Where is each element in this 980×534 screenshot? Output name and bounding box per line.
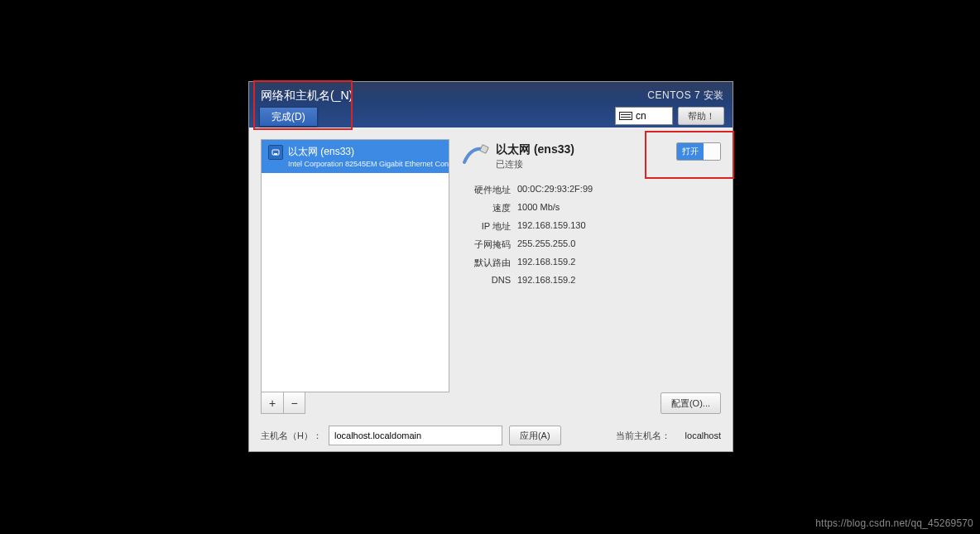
current-hostname-value: localhost (685, 431, 721, 440)
detail-title: 以太网 (ens33) (496, 142, 574, 157)
detail-status: 已连接 (496, 158, 574, 171)
hostname-label: 主机名（H）： (261, 430, 322, 442)
current-hostname-label: 当前主机名： (616, 430, 670, 442)
installer-title: CENTOS 7 安装 (615, 89, 724, 103)
header-right: CENTOS 7 安装 cn 帮助！ (615, 87, 724, 127)
header-left: 网络和主机名(_N) 完成(D) (257, 87, 353, 127)
language-code: cn (636, 110, 646, 122)
detail-header-text: 以太网 (ens33) 已连接 (496, 142, 574, 171)
network-settings-window: 网络和主机名(_N) 完成(D) CENTOS 7 安装 cn 帮助！ (248, 81, 733, 452)
info-value: 00:0C:29:93:2F:99 (517, 184, 721, 196)
info-label: DNS (461, 275, 511, 285)
toggle-wrap: 打开 (676, 142, 721, 161)
nic-list: 以太网 (ens33) Intel Corporation 82545EM Gi… (261, 139, 449, 392)
info-label: 速度 (461, 202, 511, 214)
info-value: 192.168.159.2 (517, 257, 721, 269)
network-cable-icon (461, 142, 489, 167)
footer-bar: 主机名（H）： 应用(A) 当前主机名： localhost (249, 414, 733, 457)
add-nic-button[interactable]: + (262, 392, 283, 413)
help-button[interactable]: 帮助！ (678, 107, 724, 125)
info-value: 192.168.159.2 (517, 275, 721, 285)
hostname-input[interactable] (329, 426, 502, 445)
nic-item-title: 以太网 (ens33) (288, 145, 449, 159)
nic-item-text: 以太网 (ens33) Intel Corporation 82545EM Gi… (288, 145, 449, 168)
configure-button[interactable]: 配置(O)... (661, 392, 721, 414)
info-grid: 硬件地址 00:0C:29:93:2F:99 速度 1000 Mb/s IP 地… (461, 184, 721, 285)
nic-list-item[interactable]: 以太网 (ens33) Intel Corporation 82545EM Gi… (262, 140, 449, 173)
info-value: 255.255.255.0 (517, 238, 721, 251)
info-label: 硬件地址 (461, 184, 511, 196)
info-value: 192.168.159.130 (517, 220, 721, 233)
connection-toggle[interactable]: 打开 (676, 142, 721, 161)
svg-rect-2 (480, 145, 489, 154)
toggle-on-label: 打开 (677, 143, 704, 160)
info-label: IP 地址 (461, 220, 511, 233)
info-label: 默认路由 (461, 257, 511, 269)
remove-nic-button[interactable]: − (283, 392, 305, 413)
ethernet-icon (268, 145, 283, 160)
content-area: 以太网 (ens33) Intel Corporation 82545EM Gi… (249, 127, 733, 414)
header-bar: 网络和主机名(_N) 完成(D) CENTOS 7 安装 cn 帮助！ (249, 82, 733, 127)
nic-detail-panel: 以太网 (ens33) 已连接 硬件地址 00:0C:29:93:2F:99 速… (461, 139, 721, 414)
svg-rect-1 (274, 153, 277, 155)
apply-button[interactable]: 应用(A) (509, 426, 561, 445)
nic-list-panel: 以太网 (ens33) Intel Corporation 82545EM Gi… (261, 139, 449, 414)
done-button[interactable]: 完成(D) (259, 107, 318, 127)
keyboard-icon (619, 112, 632, 120)
toggle-handle (704, 143, 720, 160)
nic-item-subtitle: Intel Corporation 82545EM Gigabit Ethern… (288, 160, 449, 168)
info-value: 1000 Mb/s (517, 202, 721, 214)
keyboard-layout-selector[interactable]: cn (615, 107, 673, 125)
page-title: 网络和主机名(_N) (257, 87, 353, 103)
info-label: 子网掩码 (461, 238, 511, 251)
watermark-text: https://blog.csdn.net/qq_45269570 (815, 517, 973, 529)
nic-list-buttons: + − (261, 392, 305, 414)
header-right-row: cn 帮助！ (615, 107, 724, 125)
